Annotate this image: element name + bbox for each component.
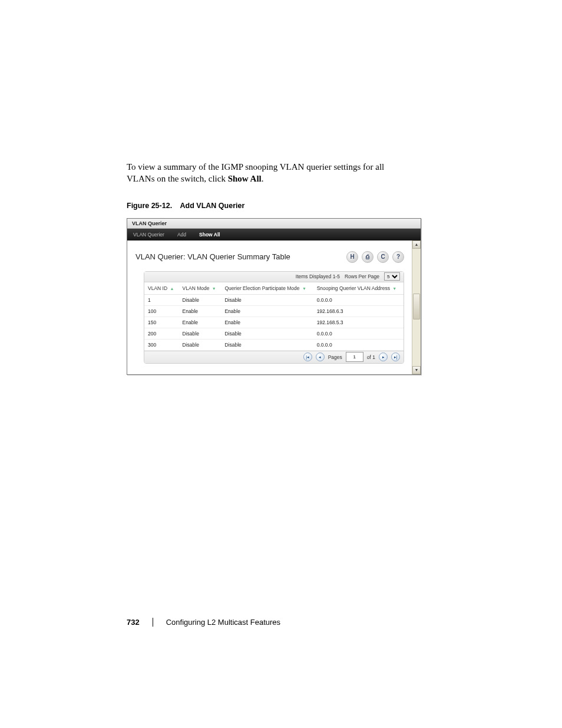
scroll-down-button[interactable]: ▾ bbox=[412, 366, 421, 374]
tab-add[interactable]: Add bbox=[177, 232, 186, 238]
cell-mode: Disable bbox=[179, 339, 222, 350]
table-row: 200 Disable Disable 0.0.0.0 bbox=[144, 328, 404, 339]
table-row: 150 Enable Enable 192.168.5.3 bbox=[144, 317, 404, 328]
pages-label: Pages bbox=[328, 354, 342, 360]
col-addr[interactable]: Snooping Querier VLAN Address ▼ bbox=[313, 282, 404, 295]
summary-panel: Items Displayed 1-5 Rows Per Page 5 VLAN… bbox=[144, 271, 404, 364]
figure-title: Add VLAN Querier bbox=[180, 202, 245, 210]
chapter-title: Configuring L2 Multicast Features bbox=[166, 618, 280, 627]
page-input[interactable] bbox=[346, 352, 363, 362]
scroll-thumb[interactable] bbox=[413, 294, 420, 319]
cell-addr: 0.0.0.0 bbox=[313, 339, 404, 350]
vertical-scrollbar[interactable]: ▴ ▾ bbox=[412, 241, 421, 374]
refresh-icon[interactable]: C bbox=[377, 251, 389, 263]
cell-addr: 192.168.5.3 bbox=[313, 317, 404, 328]
figure-caption: Figure 25-12. Add VLAN Querier bbox=[127, 202, 433, 210]
cell-vlanid: 200 bbox=[144, 328, 179, 339]
summary-table: VLAN ID ▲ VLAN Mode ▼ Querier Election P… bbox=[144, 282, 404, 351]
figure-number: Figure 25-12. bbox=[127, 202, 172, 210]
cell-mode: Enable bbox=[179, 317, 222, 328]
tab-row: VLAN Querier Add Show All bbox=[127, 229, 421, 241]
pages-of: of 1 bbox=[367, 354, 375, 360]
intro-line2c: . bbox=[262, 174, 264, 183]
print-icon[interactable]: ⎙ bbox=[362, 251, 373, 263]
scroll-up-button[interactable]: ▴ bbox=[412, 241, 421, 249]
page-first-icon[interactable]: |◂ bbox=[303, 353, 312, 361]
table-row: 300 Disable Disable 0.0.0.0 bbox=[144, 339, 404, 350]
save-icon[interactable]: H bbox=[346, 251, 358, 263]
tab-show-all[interactable]: Show All bbox=[199, 232, 220, 238]
cell-mode: Disable bbox=[179, 294, 222, 305]
col-vlan-id[interactable]: VLAN ID ▲ bbox=[144, 282, 179, 295]
help-icon[interactable]: ? bbox=[392, 251, 404, 263]
table-row: 100 Enable Enable 192.168.6.3 bbox=[144, 305, 404, 317]
cell-vlanid: 150 bbox=[144, 317, 179, 328]
cell-qepm: Disable bbox=[221, 294, 313, 305]
cell-qepm: Enable bbox=[221, 317, 313, 328]
cell-mode: Enable bbox=[179, 305, 222, 317]
page-prev-icon[interactable]: ◂ bbox=[316, 353, 325, 361]
items-displayed: Items Displayed 1-5 bbox=[296, 274, 340, 279]
page-last-icon[interactable]: ▸| bbox=[391, 353, 400, 361]
intro-showall: Show All bbox=[228, 174, 262, 183]
screenshot-window: VLAN Querier VLAN Querier Add Show All ▴… bbox=[127, 218, 421, 375]
cell-addr: 0.0.0.0 bbox=[313, 328, 404, 339]
cell-qepm: Disable bbox=[221, 328, 313, 339]
cell-vlanid: 1 bbox=[144, 294, 179, 305]
page-footer: 732 Configuring L2 Multicast Features bbox=[127, 618, 280, 627]
intro-line2a: VLANs on the switch, click bbox=[127, 174, 228, 183]
cell-addr: 0.0.0.0 bbox=[313, 294, 404, 305]
intro-paragraph: To view a summary of the IGMP snooping V… bbox=[127, 161, 433, 185]
page-number: 732 bbox=[127, 618, 140, 627]
cell-addr: 192.168.6.3 bbox=[313, 305, 404, 317]
col-qepm[interactable]: Querier Election Participate Mode ▼ bbox=[221, 282, 313, 295]
page-next-icon[interactable]: ▸ bbox=[379, 353, 388, 361]
cell-vlanid: 100 bbox=[144, 305, 179, 317]
cell-qepm: Disable bbox=[221, 339, 313, 350]
rows-per-page-select[interactable]: 5 bbox=[384, 272, 400, 281]
page-title: VLAN Querier: VLAN Querier Summary Table bbox=[135, 252, 290, 261]
footer-divider bbox=[153, 618, 153, 627]
intro-line1: To view a summary of the IGMP snooping V… bbox=[127, 162, 384, 172]
cell-vlanid: 300 bbox=[144, 339, 179, 350]
table-row: 1 Disable Disable 0.0.0.0 bbox=[144, 294, 404, 305]
cell-qepm: Enable bbox=[221, 305, 313, 317]
col-vlan-mode[interactable]: VLAN Mode ▼ bbox=[179, 282, 222, 295]
rows-per-page-label: Rows Per Page bbox=[345, 274, 379, 279]
tab-vlan-querier[interactable]: VLAN Querier bbox=[133, 232, 164, 238]
window-title: VLAN Querier bbox=[127, 219, 421, 229]
cell-mode: Disable bbox=[179, 328, 222, 339]
